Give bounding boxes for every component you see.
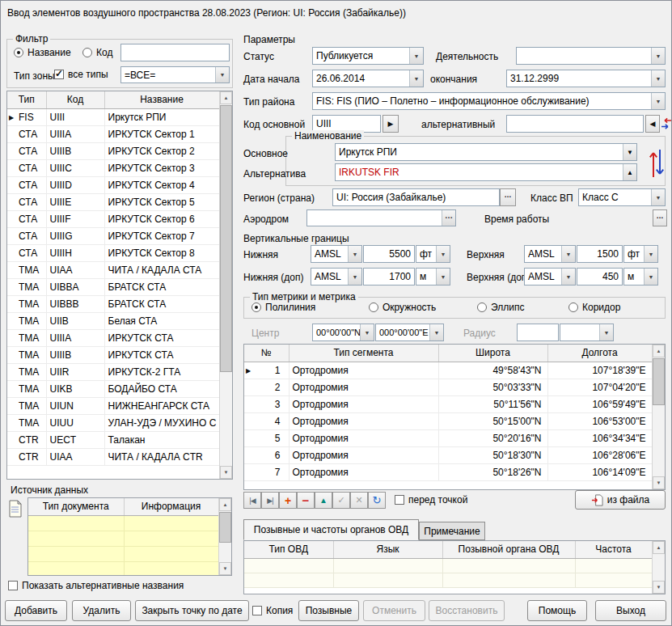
table-row[interactable]: ТМАUIBBAБРАТСК СТА — [7, 278, 219, 295]
move-name-up-icon[interactable] — [623, 164, 636, 180]
source-col-doc-type[interactable]: Тип документа — [28, 498, 124, 515]
ovd-col-lang[interactable]: Язык — [333, 541, 442, 558]
segment-delete-button[interactable]: − — [297, 492, 315, 509]
table-row[interactable]: CTRUECTТалакан — [7, 431, 219, 448]
chevron-down-icon[interactable] — [360, 324, 374, 340]
aerodrome-browse-icon[interactable] — [442, 210, 455, 226]
table-row[interactable]: 3Ортодромия50°11'56"N106°59'49"E — [244, 395, 652, 412]
table-row[interactable]: ТМАUIIRИРКУТСК-2 ГТА — [7, 363, 219, 380]
area-type-select[interactable]: FIS: FIS (ПИО – Полетно – информационное… — [312, 92, 666, 110]
upper2-ref-select[interactable]: AMSL — [524, 268, 576, 286]
chevron-down-icon[interactable] — [599, 324, 613, 340]
date-start-select[interactable]: 26.06.2014 — [312, 70, 424, 87]
copy-checkbox[interactable]: Копия — [252, 605, 293, 616]
table-row[interactable]: 4Ортодромия50°15'00"N106°53'00"E — [244, 412, 652, 429]
table-row[interactable]: 5Ортодромия50°20'16"N106°34'34"E — [244, 429, 652, 446]
scroll-thumb[interactable] — [219, 512, 231, 543]
source-scrollbar[interactable] — [218, 498, 231, 575]
table-row[interactable]: СТАUIIIDИРКУТСК Сектор 4 — [7, 176, 219, 193]
table-row[interactable]: ТМАUIBBBБРАТСК СТА — [7, 295, 219, 312]
table-row[interactable]: FIS▶UIIIИркутск РПИ — [7, 108, 219, 125]
from-file-button[interactable]: из файла — [575, 490, 666, 510]
table-row[interactable]: 2Ортодромия50°03'33"N107°04'20"E — [244, 379, 652, 395]
class-select[interactable]: Класс C — [578, 188, 666, 206]
radius-unit-select[interactable] — [560, 324, 614, 341]
segments-scrollbar[interactable] — [652, 345, 665, 489]
status-select[interactable]: Публикуется — [312, 47, 424, 65]
chevron-down-icon[interactable] — [348, 246, 361, 262]
table-row[interactable]: 6Ортодромия50°18'30"N106°28'06"E — [244, 446, 652, 463]
table-row[interactable]: СТАUIIIGИРКУТСК Сектор 7 — [7, 227, 219, 244]
table-row[interactable]: ТМАUIKBБОДАЙБО СТА — [7, 380, 219, 397]
scroll-up-icon[interactable] — [219, 498, 231, 511]
table-row[interactable]: 1▶Ортодромия49°58'43"N107°18'39"E — [244, 362, 652, 379]
segment-cancel-button[interactable]: ✕ — [350, 492, 368, 509]
zones-col-name[interactable]: Название — [104, 91, 219, 108]
upper-unit-select[interactable]: фт — [623, 245, 658, 263]
chevron-down-icon[interactable] — [348, 269, 361, 285]
chevron-down-icon[interactable] — [651, 48, 665, 64]
filter-search-input[interactable] — [120, 44, 230, 61]
zone-filter-select[interactable]: =ВСЕ= — [120, 66, 230, 83]
upper-value-input[interactable]: 1500 — [577, 245, 623, 263]
center-lon-select[interactable]: 000°00'00"E — [375, 324, 444, 341]
radio-circle[interactable]: Окружность — [369, 302, 436, 313]
scroll-down-icon[interactable] — [219, 562, 231, 575]
table-row[interactable]: СТАUIIIHИРКУТСК Сектор 8 — [7, 244, 219, 261]
all-types-checkbox[interactable]: все типы — [54, 69, 108, 80]
ovd-col-type[interactable]: Тип ОВД — [244, 541, 333, 558]
callsigns-button[interactable]: Позывные — [298, 600, 359, 621]
ovd-col-freq[interactable]: Частота — [575, 541, 652, 558]
lower-value-input[interactable]: 5500 — [363, 245, 415, 263]
ovd-scrollbar[interactable] — [652, 541, 665, 594]
lower-unit-select[interactable]: фт — [416, 245, 450, 263]
scroll-down-icon[interactable] — [653, 476, 665, 489]
zones-scrollbar[interactable] — [219, 91, 232, 479]
chevron-down-icon[interactable] — [651, 93, 665, 109]
document-icon[interactable] — [8, 500, 23, 518]
radio-ellipse[interactable]: Эллипс — [477, 302, 524, 313]
segment-accept-button[interactable]: ✓ — [332, 492, 350, 509]
radius-input[interactable] — [517, 324, 559, 341]
segment-refresh-button[interactable]: ↻ — [368, 492, 386, 509]
add-button[interactable]: Добавить — [5, 600, 67, 621]
activity-select[interactable] — [516, 47, 666, 65]
table-row[interactable]: СТАUIIIEИРКУТСК Сектор 5 — [7, 193, 219, 210]
scroll-up-icon[interactable] — [653, 345, 665, 357]
chevron-down-icon[interactable] — [409, 48, 423, 64]
source-col-info[interactable]: Информация — [124, 498, 218, 515]
chevron-down-icon[interactable] — [436, 246, 450, 262]
copy-code-left-button[interactable] — [645, 115, 660, 133]
chevron-down-icon[interactable] — [644, 246, 657, 262]
tab-callsigns[interactable]: Позывные и частоты органов ОВД — [243, 519, 419, 540]
lower-ref-select[interactable]: AMSL — [311, 245, 362, 263]
swap-codes-icon[interactable] — [661, 117, 672, 130]
segments-col-lon[interactable]: Долгота — [547, 345, 652, 362]
radio-filter-by-code[interactable]: Код — [82, 47, 112, 58]
region-browse-button[interactable] — [500, 188, 516, 206]
segments-col-type[interactable]: Тип сегмента — [289, 345, 438, 362]
worktime-browse-button[interactable] — [653, 209, 667, 226]
scroll-down-icon[interactable] — [653, 581, 665, 594]
date-end-select[interactable]: 31.12.2999 — [506, 70, 666, 87]
table-row[interactable]: СТАUIIIAИРКУТСК Сектор 1 — [7, 125, 219, 142]
segment-last-button[interactable]: ▶| — [261, 492, 279, 509]
restore-button[interactable]: Восстановить — [429, 600, 505, 621]
delete-button[interactable]: Удалить — [72, 600, 131, 621]
name-alt-input[interactable]: IRKUTSK FIR — [335, 163, 637, 181]
region-input[interactable]: UI: Россия (Забайкалье) — [332, 188, 500, 206]
scroll-thumb[interactable] — [653, 358, 665, 405]
cancel-button[interactable]: Отменить — [363, 600, 425, 621]
copy-code-right-button[interactable] — [382, 115, 399, 133]
segment-first-button[interactable]: |◀ — [243, 492, 261, 509]
zones-col-type[interactable]: Тип — [7, 91, 46, 108]
lower2-value-input[interactable]: 1700 — [363, 268, 415, 286]
segment-edit-button[interactable]: ▲ — [315, 492, 332, 509]
upper-ref-select[interactable]: AMSL — [524, 245, 576, 263]
table-row[interactable]: CTRUIAAЧИТА / КАДАЛА CTR — [7, 448, 219, 465]
chevron-down-icon[interactable] — [429, 324, 443, 340]
chevron-down-icon[interactable] — [561, 246, 575, 262]
before-point-checkbox[interactable]: перед точкой — [395, 494, 467, 505]
radio-filter-by-name[interactable]: Название — [14, 47, 71, 58]
table-row[interactable]: ТМАUIIBБелая СТА — [7, 312, 219, 329]
